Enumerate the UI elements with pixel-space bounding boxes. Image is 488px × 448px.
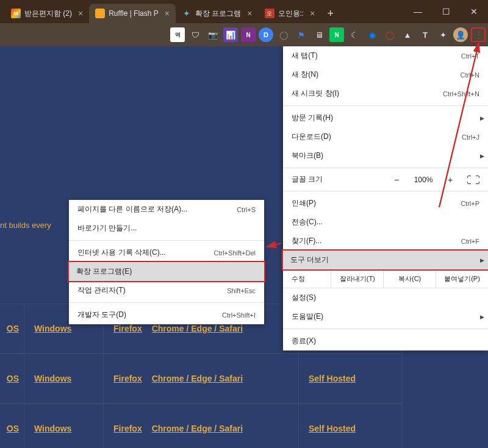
edit-label: 수정 bbox=[283, 270, 331, 288]
chevron-right-icon: ▶ bbox=[480, 115, 484, 121]
separator bbox=[69, 302, 264, 303]
separator bbox=[283, 168, 488, 168]
windows-link[interactable]: Windows bbox=[34, 424, 71, 433]
chevron-right-icon: ▶ bbox=[480, 314, 484, 320]
tab-strip: M 받은편지함 (2) × Ruffle | Flash P × ✦ 확장 프로… bbox=[0, 0, 404, 23]
extension-toolbar: 역 🛡 📷 📊 N D ◯ ⚑ 🖥 N ☾ ◉ ◯ ▲ T ✦ 👤 bbox=[0, 23, 488, 46]
menu-more-tools[interactable]: 도구 더보기▶ bbox=[282, 249, 488, 271]
extensions-icon[interactable]: ✦ bbox=[436, 27, 450, 42]
kebab-menu-button[interactable] bbox=[471, 27, 486, 42]
menu-new-tab[interactable]: 새 탭(T)Ctrl+T bbox=[283, 46, 488, 65]
submenu-dev-tools[interactable]: 개발자 도구(D)Ctrl+Shift+I bbox=[69, 305, 264, 324]
os-link[interactable]: OS bbox=[7, 374, 19, 383]
menu-new-incognito[interactable]: 새 시크릿 창(I)Ctrl+Shift+N bbox=[283, 84, 488, 103]
separator bbox=[283, 191, 488, 191]
menu-settings[interactable]: 설정(S) bbox=[283, 288, 488, 307]
messenger-icon[interactable]: ◉ bbox=[365, 27, 379, 42]
firefox-link[interactable]: Firefox bbox=[113, 374, 142, 383]
gmail-icon: M bbox=[11, 9, 21, 18]
site-icon: 오 bbox=[265, 9, 274, 18]
firefox-link[interactable]: Firefox bbox=[113, 324, 142, 333]
submenu-clear-browsing[interactable]: 인터넷 사용 기록 삭제(C)...Ctrl+Shift+Del bbox=[69, 243, 264, 262]
shield-icon[interactable]: 🛡 bbox=[188, 27, 203, 42]
new-tab-button[interactable]: + bbox=[321, 4, 340, 23]
cut-button[interactable]: 잘라내기(T) bbox=[331, 270, 384, 288]
fullscreen-button[interactable] bbox=[467, 176, 479, 184]
menu-downloads[interactable]: 다운로드(D)Ctrl+J bbox=[283, 127, 488, 146]
menu-print[interactable]: 인쇄(P)Ctrl+P bbox=[283, 194, 488, 213]
bars-icon[interactable]: 📊 bbox=[223, 27, 238, 42]
close-icon[interactable]: × bbox=[165, 9, 170, 18]
camera-icon[interactable]: 📷 bbox=[206, 27, 220, 42]
app-icon[interactable]: ◯ bbox=[276, 27, 291, 42]
maximize-button[interactable]: ☐ bbox=[432, 0, 460, 23]
t-icon[interactable]: T bbox=[418, 27, 432, 42]
chrome-link[interactable]: Chrome / Edge / Safari bbox=[152, 324, 243, 333]
submenu-task-manager[interactable]: 작업 관리자(T)Shift+Esc bbox=[69, 281, 264, 300]
menu-cast[interactable]: 전송(C)... bbox=[283, 213, 488, 232]
tab-title: 확장 프로그램 bbox=[195, 9, 241, 19]
chrome-link[interactable]: Chrome / Edge / Safari bbox=[152, 374, 243, 383]
table-row: OS Windows FirefoxChrome / Edge / Safari… bbox=[0, 354, 403, 404]
menu-help[interactable]: 도움말(E)▶ bbox=[283, 307, 488, 326]
tab-ruffle[interactable]: Ruffle | Flash P × bbox=[89, 4, 176, 23]
firefox-link[interactable]: Firefox bbox=[113, 424, 142, 433]
submenu-extensions[interactable]: 확장 프로그램(E) bbox=[68, 261, 265, 282]
selfhosted-link[interactable]: Self Hosted bbox=[309, 424, 356, 433]
menu-new-window[interactable]: 새 창(N)Ctrl+N bbox=[283, 65, 488, 84]
drive-icon[interactable]: ▲ bbox=[400, 27, 415, 42]
browser-titlebar: M 받은편지함 (2) × Ruffle | Flash P × ✦ 확장 프로… bbox=[0, 0, 488, 23]
menu-history[interactable]: 방문 기록(H)▶ bbox=[283, 108, 488, 127]
tab-gmail[interactable]: M 받은편지함 (2) × bbox=[5, 4, 89, 23]
zoom-in-button[interactable]: + bbox=[443, 175, 458, 185]
moon-icon[interactable]: ☾ bbox=[347, 27, 362, 42]
tab-oin[interactable]: 오 오인용:: × bbox=[259, 4, 321, 23]
table-row: OS Windows FirefoxChrome / Edge / Safari… bbox=[0, 404, 403, 448]
submenu-create-shortcut[interactable]: 바로가기 만들기... bbox=[69, 219, 264, 238]
tab-title: 오인용:: bbox=[278, 9, 304, 19]
close-icon[interactable]: × bbox=[310, 9, 315, 18]
translate-icon[interactable]: 역 bbox=[170, 27, 185, 42]
menu-exit[interactable]: 종료(X) bbox=[283, 332, 488, 350]
separator bbox=[69, 240, 264, 241]
opera-icon[interactable]: ◯ bbox=[382, 27, 397, 42]
main-menu: 새 탭(T)Ctrl+T 새 창(N)Ctrl+N 새 시크릿 창(I)Ctrl… bbox=[283, 46, 488, 350]
copy-button[interactable]: 복사(C) bbox=[384, 270, 436, 288]
separator bbox=[283, 105, 488, 106]
os-link[interactable]: OS bbox=[7, 424, 19, 433]
menu-bookmarks[interactable]: 북마크(B)▶ bbox=[283, 146, 488, 165]
hero-text: nt builds every bbox=[0, 221, 51, 230]
chevron-right-icon: ▶ bbox=[480, 257, 484, 263]
tab-extensions[interactable]: ✦ 확장 프로그램 × bbox=[176, 4, 259, 23]
submenu-save-as[interactable]: 페이지를 다른 이름으로 저장(A)...Ctrl+S bbox=[69, 200, 264, 219]
windows-link[interactable]: Windows bbox=[34, 374, 71, 383]
zoom-label: 글꼴 크기 bbox=[292, 174, 383, 185]
menu-zoom: 글꼴 크기 − 100% + bbox=[283, 171, 488, 188]
menu-edit-row: 수정 잘라내기(T) 복사(C) 붙여넣기(P) bbox=[283, 269, 488, 288]
zoom-out-button[interactable]: − bbox=[389, 175, 404, 185]
close-button[interactable]: ✕ bbox=[460, 0, 488, 23]
paste-button[interactable]: 붙여넣기(P) bbox=[436, 270, 488, 288]
profile-icon[interactable]: 👤 bbox=[453, 27, 468, 42]
tab-title: Ruffle | Flash P bbox=[109, 9, 159, 18]
naver-icon[interactable]: N bbox=[329, 27, 344, 42]
menu-find[interactable]: 찾기(F)...Ctrl+F bbox=[283, 232, 488, 251]
windows-link[interactable]: Windows bbox=[34, 324, 71, 333]
minimize-button[interactable]: — bbox=[404, 0, 432, 23]
more-tools-submenu: 페이지를 다른 이름으로 저장(A)...Ctrl+S 바로가기 만들기... … bbox=[69, 200, 264, 324]
close-icon[interactable]: × bbox=[78, 9, 83, 18]
zoom-value: 100% bbox=[410, 176, 437, 184]
d-icon[interactable]: D bbox=[259, 27, 273, 42]
close-icon[interactable]: × bbox=[247, 9, 252, 18]
selfhosted-link[interactable]: Self Hosted bbox=[309, 374, 356, 383]
flag-icon[interactable]: ⚑ bbox=[294, 27, 309, 42]
tab-title: 받은편지함 (2) bbox=[24, 9, 72, 19]
chevron-right-icon: ▶ bbox=[480, 153, 484, 159]
ruffle-icon bbox=[95, 9, 105, 18]
chrome-link[interactable]: Chrome / Edge / Safari bbox=[152, 424, 243, 433]
os-link[interactable]: OS bbox=[7, 324, 19, 333]
separator bbox=[283, 329, 488, 329]
onenote-icon[interactable]: N bbox=[241, 27, 256, 42]
window-controls: — ☐ ✕ bbox=[404, 0, 488, 23]
monitor-icon[interactable]: 🖥 bbox=[312, 27, 326, 42]
